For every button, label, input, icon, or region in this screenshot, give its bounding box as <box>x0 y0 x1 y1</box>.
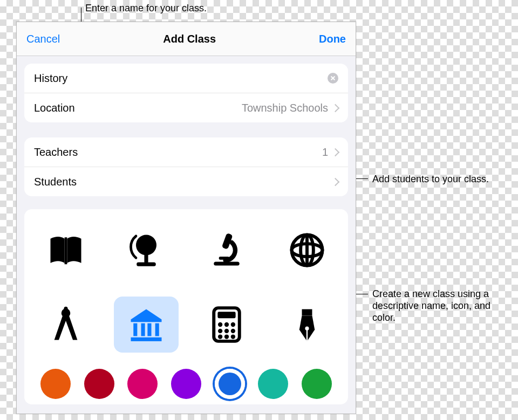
globe-stand-icon <box>126 230 167 271</box>
svg-point-22 <box>224 329 228 333</box>
location-value: Township Schools <box>242 102 328 114</box>
svg-rect-15 <box>131 338 161 341</box>
chevron-right-icon <box>331 148 340 156</box>
svg-point-23 <box>230 329 235 333</box>
callout-line <box>356 178 368 179</box>
class-details-group: History Location Township Schools <box>24 64 348 122</box>
compass-icon <box>45 304 86 345</box>
callout-students: Add students to your class. <box>372 173 518 185</box>
callout-create: Create a new class using a descriptive n… <box>372 288 491 323</box>
callout-text: Enter a name for your class. <box>85 3 207 13</box>
callout-line <box>356 294 368 294</box>
navbar-title: Add Class <box>163 33 216 45</box>
svg-rect-28 <box>306 330 307 341</box>
icon-option-bank[interactable] <box>114 297 179 353</box>
color-option-purple[interactable] <box>171 369 201 399</box>
calculator-icon <box>206 304 247 345</box>
svg-rect-13 <box>147 323 151 336</box>
svg-rect-17 <box>217 312 235 318</box>
class-name-row[interactable]: History <box>24 64 348 93</box>
svg-rect-4 <box>219 257 229 260</box>
pen-nib-icon <box>287 304 328 345</box>
color-option-blue[interactable] <box>215 369 245 399</box>
color-option-red[interactable] <box>84 369 114 399</box>
svg-point-26 <box>230 334 235 339</box>
done-button[interactable]: Done <box>319 33 346 45</box>
microscope-icon <box>206 230 247 271</box>
icon-option-globe-wire[interactable] <box>275 222 339 278</box>
location-row[interactable]: Location Township Schools <box>24 93 348 122</box>
icon-option-pen-nib[interactable] <box>275 297 339 353</box>
callout-class-name: Enter a name for your class. <box>85 2 301 14</box>
chevron-right-icon <box>331 104 340 112</box>
svg-rect-11 <box>133 323 137 336</box>
color-option-orange[interactable] <box>40 369 71 399</box>
callout-text: Create a new class using a descriptive n… <box>372 288 490 323</box>
add-class-modal: Cancel Add Class Done History Location T… <box>16 22 356 414</box>
svg-rect-12 <box>141 323 145 336</box>
svg-point-10 <box>64 307 67 311</box>
icon-option-calculator[interactable] <box>194 297 259 353</box>
students-row[interactable]: Students <box>24 167 348 196</box>
icon-option-microscope[interactable] <box>194 222 259 278</box>
svg-rect-14 <box>155 323 159 336</box>
icon-option-globe-stand[interactable] <box>114 222 179 278</box>
bank-icon <box>126 304 167 345</box>
svg-rect-3 <box>214 261 240 265</box>
cancel-button[interactable]: Cancel <box>26 33 60 45</box>
location-label: Location <box>34 102 75 114</box>
people-group: Teachers 1 Students <box>24 137 348 196</box>
icon-option-compass[interactable] <box>33 297 98 353</box>
svg-point-1 <box>136 235 156 256</box>
svg-point-18 <box>217 322 222 327</box>
callout-text: Add students to your class. <box>372 174 489 184</box>
icon-option-book[interactable] <box>33 222 98 278</box>
students-label: Students <box>34 176 77 188</box>
color-row <box>30 369 343 399</box>
icon-color-panel <box>24 209 348 404</box>
svg-point-21 <box>217 329 222 333</box>
teachers-count: 1 <box>322 146 328 159</box>
color-option-magenta[interactable] <box>127 369 158 399</box>
svg-point-20 <box>230 322 235 327</box>
color-option-green[interactable] <box>302 369 332 399</box>
clear-text-icon[interactable] <box>328 73 338 84</box>
globe-wire-icon <box>287 230 328 271</box>
chevron-right-icon <box>331 177 340 186</box>
svg-point-19 <box>224 322 228 327</box>
navbar: Cancel Add Class Done <box>17 22 356 56</box>
svg-rect-0 <box>64 237 67 264</box>
class-name-input[interactable]: History <box>34 72 67 85</box>
teachers-row[interactable]: Teachers 1 <box>24 137 348 167</box>
teachers-label: Teachers <box>34 146 78 159</box>
svg-point-24 <box>217 334 222 339</box>
icon-grid <box>30 222 343 353</box>
book-icon <box>45 230 86 271</box>
color-option-teal[interactable] <box>258 369 288 399</box>
svg-point-25 <box>224 334 228 339</box>
